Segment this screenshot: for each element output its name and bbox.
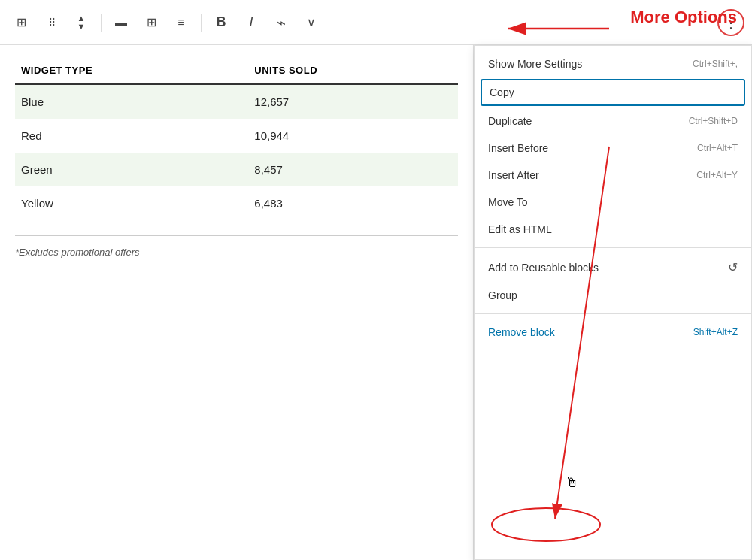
table-icon-btn[interactable]: ⊞ <box>8 9 35 36</box>
strikethrough-icon: ≡ <box>177 16 184 29</box>
context-menu: Show More Settings Ctrl+Shift+, Copy Dup… <box>474 45 752 560</box>
link-btn[interactable]: ⌁ <box>268 9 295 36</box>
reusable-blocks-icon: ↺ <box>728 260 738 274</box>
separator-2 <box>201 14 202 32</box>
menu-item-remove-block[interactable]: Remove block Shift+Alt+Z <box>475 319 751 346</box>
bold-btn[interactable]: B <box>208 9 235 36</box>
menu-item-label: Duplicate <box>488 115 532 127</box>
table-row: Green 8,457 <box>15 153 458 186</box>
move-updown-btn[interactable]: ▲▼ <box>68 9 95 36</box>
menu-item-label: Insert Before <box>488 142 548 154</box>
menu-item-move-to[interactable]: Move To <box>475 189 751 216</box>
menu-item-label: Edit as HTML <box>488 223 552 235</box>
menu-item-edit-as-html[interactable]: Edit as HTML <box>475 216 751 243</box>
strikethrough-btn[interactable]: ≡ <box>168 9 195 36</box>
columns-icon: ⊞ <box>147 15 156 29</box>
header-units-sold: UNITS SOLD <box>248 57 458 84</box>
menu-item-show-more-settings[interactable]: Show More Settings Ctrl+Shift+, <box>475 50 751 77</box>
separator-1 <box>101 14 102 32</box>
link-icon: ⌁ <box>277 14 286 32</box>
table-area: WIDGET TYPE UNITS SOLD Blue 12,657 Red 1… <box>0 45 474 560</box>
drag-icon: ⠿ <box>48 17 54 29</box>
menu-shortcut: Ctrl+Shift+D <box>689 116 738 126</box>
columns-btn[interactable]: ⊞ <box>138 9 165 36</box>
align-icon: ▬ <box>115 16 127 29</box>
menu-item-label: Insert After <box>488 169 539 181</box>
cell-widget-type: Blue <box>15 84 248 119</box>
cell-units-sold: 12,657 <box>248 84 458 119</box>
table-row: Red 10,944 <box>15 119 458 153</box>
menu-section-2: Add to Reusable blocks ↺ Group <box>475 248 751 314</box>
table-row: Blue 12,657 <box>15 84 458 119</box>
table-row: Yellow 6,483 <box>15 186 458 220</box>
menu-item-label: Copy <box>490 86 514 98</box>
dropdown-btn[interactable]: ∨ <box>298 9 325 36</box>
drag-btn[interactable]: ⠿ <box>38 9 65 36</box>
table-footnote: *Excludes promotional offers <box>15 235 458 258</box>
data-table: WIDGET TYPE UNITS SOLD Blue 12,657 Red 1… <box>15 57 458 220</box>
cell-widget-type: Red <box>15 119 248 153</box>
menu-section-3: Remove block Shift+Alt+Z <box>475 314 751 350</box>
menu-shortcut: Ctrl+Alt+Y <box>696 170 738 180</box>
menu-item-copy[interactable]: Copy <box>481 79 745 106</box>
cell-units-sold: 6,483 <box>248 186 458 220</box>
menu-item-insert-before[interactable]: Insert Before Ctrl+Alt+T <box>475 135 751 162</box>
menu-item-label: Move To <box>488 196 528 208</box>
italic-btn[interactable]: I <box>238 9 265 36</box>
remove-block-shortcut: Shift+Alt+Z <box>693 327 738 338</box>
align-btn[interactable]: ▬ <box>108 9 135 36</box>
menu-shortcut: Ctrl+Alt+T <box>697 143 738 153</box>
italic-icon: I <box>249 14 253 30</box>
main-content: WIDGET TYPE UNITS SOLD Blue 12,657 Red 1… <box>0 45 752 560</box>
menu-shortcut: Ctrl+Shift+, <box>693 59 738 69</box>
menu-item-duplicate[interactable]: Duplicate Ctrl+Shift+D <box>475 107 751 135</box>
more-options-annotation-label: More Options <box>630 8 737 27</box>
cell-widget-type: Green <box>15 153 248 186</box>
cell-widget-type: Yellow <box>15 186 248 220</box>
remove-block-label: Remove block <box>488 326 555 338</box>
dropdown-icon: ∨ <box>307 15 316 29</box>
move-updown-icon: ▲▼ <box>77 14 86 31</box>
cell-units-sold: 10,944 <box>248 119 458 153</box>
menu-item-label: Show More Settings <box>488 58 582 70</box>
cell-units-sold: 8,457 <box>248 153 458 186</box>
header-widget-type: WIDGET TYPE <box>15 57 248 84</box>
menu-item-group[interactable]: Group <box>475 282 751 309</box>
table-icon: ⊞ <box>17 15 26 29</box>
menu-item-label: Add to Reusable blocks <box>488 262 599 274</box>
menu-item-add-reusable[interactable]: Add to Reusable blocks ↺ <box>475 253 751 282</box>
menu-section-1: Show More Settings Ctrl+Shift+, Copy Dup… <box>475 46 751 248</box>
table-header-row: WIDGET TYPE UNITS SOLD <box>15 57 458 84</box>
bold-icon: B <box>217 14 226 30</box>
menu-item-insert-after[interactable]: Insert After Ctrl+Alt+Y <box>475 162 751 189</box>
menu-item-label: Group <box>488 289 517 301</box>
